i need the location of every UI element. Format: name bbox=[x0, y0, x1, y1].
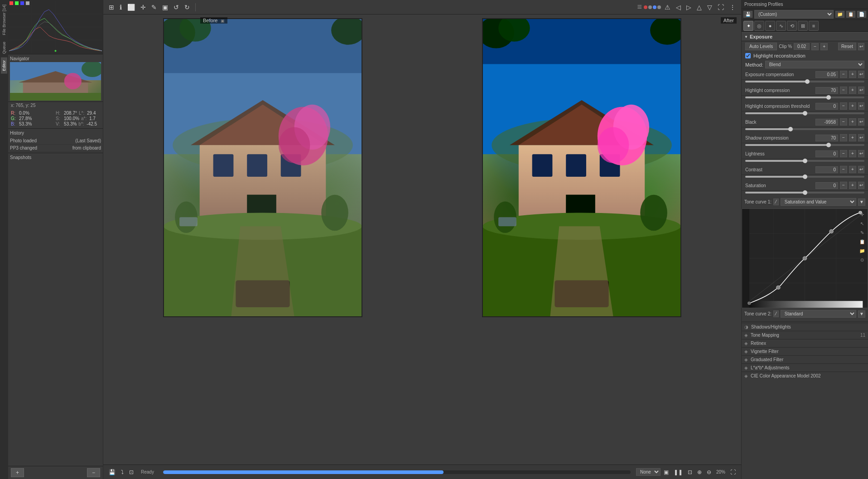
tab-queue[interactable]: Queue bbox=[1, 39, 7, 57]
lightness-plus[interactable]: + bbox=[849, 150, 856, 157]
contrast-reset[interactable]: ↩ bbox=[858, 166, 864, 173]
tone-curve-2-type[interactable]: ⁄ bbox=[773, 310, 779, 317]
transform-tool[interactable]: ⊞ bbox=[107, 3, 116, 12]
shadow-comp-plus[interactable]: + bbox=[849, 134, 856, 141]
reset-arrow[interactable]: ↩ bbox=[858, 43, 864, 50]
highlight-comp-reset[interactable]: ↩ bbox=[858, 87, 864, 94]
highlight-threshold-minus[interactable]: − bbox=[840, 102, 847, 110]
black-value[interactable] bbox=[815, 119, 838, 126]
add-snapshot-button[interactable]: + bbox=[11, 468, 24, 477]
curve-tool-move[interactable]: ✛ bbox=[858, 211, 866, 218]
black-slider[interactable] bbox=[742, 127, 868, 133]
tab-color[interactable]: ● bbox=[765, 21, 775, 31]
curve-tool-folder[interactable]: 📁 bbox=[858, 247, 866, 254]
highlight-reconstruction-checkbox[interactable] bbox=[745, 53, 751, 58]
tab-metadata[interactable]: ≡ bbox=[809, 21, 819, 31]
nav-left[interactable]: ◁ bbox=[674, 3, 683, 12]
contrast-thumb[interactable] bbox=[803, 174, 807, 179]
retinex-row[interactable]: ◈ Retinex bbox=[742, 339, 868, 347]
highlight-comp-thumb[interactable] bbox=[826, 95, 831, 100]
tab-wavelet[interactable]: ∿ bbox=[776, 21, 786, 31]
saturation-reset[interactable]: ↩ bbox=[858, 182, 864, 189]
view-mode-dual[interactable]: ❚❚ bbox=[672, 468, 685, 476]
black-plus[interactable]: + bbox=[849, 118, 856, 126]
crop-tool[interactable]: ⬜ bbox=[125, 3, 137, 12]
export-button[interactable]: ⤵ bbox=[119, 468, 125, 476]
warning-icon[interactable]: ⚠ bbox=[663, 3, 672, 12]
highlight-comp-slider[interactable] bbox=[742, 96, 868, 101]
shadow-comp-reset[interactable]: ↩ bbox=[858, 134, 864, 141]
curve-tool-pencil[interactable]: ✎ bbox=[858, 229, 866, 236]
curve-tool-copy[interactable]: 📋 bbox=[858, 238, 866, 245]
tab-detail[interactable]: ◎ bbox=[754, 21, 764, 31]
tab-editor[interactable]: Editor bbox=[1, 58, 7, 74]
vignette-row[interactable]: ◈ Vignette Filter bbox=[742, 348, 868, 355]
before-photo-frame[interactable] bbox=[163, 18, 362, 317]
lightness-slider[interactable] bbox=[742, 159, 868, 165]
profile-select[interactable]: (Custom) bbox=[754, 10, 834, 19]
graduated-filter-row[interactable]: ◈ Graduated Filter bbox=[742, 356, 868, 363]
profile-save-btn[interactable]: 💾 bbox=[743, 11, 752, 18]
exposure-comp-plus[interactable]: + bbox=[849, 71, 856, 78]
zoom-out[interactable]: ⊖ bbox=[705, 468, 713, 476]
contrast-value[interactable] bbox=[815, 166, 838, 173]
tab-file-browser[interactable]: File Browser [14] bbox=[1, 2, 7, 38]
highlight-comp-plus[interactable]: + bbox=[849, 87, 856, 94]
tone-curve-2-expand[interactable]: ▼ bbox=[858, 310, 865, 318]
tab-raw[interactable]: ⊞ bbox=[798, 21, 808, 31]
lightness-thumb[interactable] bbox=[803, 159, 807, 163]
after-photo-frame[interactable] bbox=[482, 18, 681, 317]
selector-tool[interactable]: ✛ bbox=[139, 3, 148, 12]
nav-up[interactable]: △ bbox=[695, 3, 704, 12]
pencil-tool[interactable]: ✎ bbox=[149, 3, 159, 12]
saturation-thumb[interactable] bbox=[803, 190, 807, 195]
method-select[interactable]: Blend bbox=[765, 61, 864, 68]
nav-down[interactable]: ▽ bbox=[705, 3, 714, 12]
shadow-comp-thumb[interactable] bbox=[826, 143, 831, 147]
lightness-minus[interactable]: − bbox=[840, 150, 847, 157]
shadow-comp-minus[interactable]: − bbox=[840, 134, 847, 141]
shadow-comp-value[interactable] bbox=[815, 135, 838, 141]
tone-curve-1-type[interactable]: ⁄ bbox=[773, 198, 779, 205]
tab-exposure[interactable]: ✦ bbox=[743, 21, 753, 31]
highlight-comp-value[interactable] bbox=[815, 87, 838, 94]
saturation-plus[interactable]: + bbox=[849, 182, 856, 189]
profile-folder-btn[interactable]: 📁 bbox=[835, 11, 844, 18]
saturation-minus[interactable]: − bbox=[840, 182, 847, 189]
exposure-comp-slider[interactable] bbox=[742, 80, 868, 85]
curve-tool-reset[interactable]: ⊙ bbox=[858, 256, 866, 263]
clip-minus[interactable]: − bbox=[811, 43, 819, 50]
profile-copy-btn[interactable]: 📋 bbox=[846, 11, 855, 18]
reset-button[interactable]: Reset bbox=[838, 43, 856, 50]
history-entry-0[interactable]: Photo loaded (Last Saved) bbox=[10, 137, 101, 145]
auto-levels-button[interactable]: Auto Levels bbox=[745, 43, 777, 50]
remove-snapshot-button[interactable]: − bbox=[87, 468, 100, 477]
view-mode-single[interactable]: ▣ bbox=[662, 468, 670, 476]
settings-btn[interactable]: ⋮ bbox=[728, 3, 738, 12]
zoom-fit[interactable]: ⊡ bbox=[686, 468, 694, 476]
zoom-in[interactable]: ⊕ bbox=[695, 468, 704, 476]
exposure-section-header[interactable]: ▼ Exposure bbox=[742, 32, 868, 41]
black-reset[interactable]: ↩ bbox=[858, 118, 864, 126]
profile-paste-btn[interactable]: 📄 bbox=[857, 11, 866, 18]
highlight-threshold-plus[interactable]: + bbox=[849, 102, 856, 110]
shadow-comp-slider[interactable] bbox=[742, 143, 868, 149]
exposure-comp-reset[interactable]: ↩ bbox=[858, 71, 864, 78]
fullscreen-view[interactable]: ⛶ bbox=[728, 468, 738, 476]
clip-plus[interactable]: + bbox=[820, 43, 828, 50]
lightness-value[interactable] bbox=[815, 150, 838, 157]
fit-select[interactable]: None bbox=[636, 468, 661, 476]
save-button[interactable]: 💾 bbox=[107, 468, 117, 476]
fullscreen-btn[interactable]: ⛶ bbox=[716, 3, 726, 12]
highlight-threshold-reset[interactable]: ↩ bbox=[858, 102, 864, 110]
tone-curve-1-mode[interactable]: Saturation and Value bbox=[781, 198, 856, 206]
tone-curve-1-expand[interactable]: ▼ bbox=[858, 198, 865, 206]
tab-transform[interactable]: ⟲ bbox=[787, 21, 797, 31]
mask-tool[interactable]: ▣ bbox=[160, 3, 170, 12]
exposure-comp-thumb[interactable] bbox=[805, 79, 810, 84]
undo-tool[interactable]: ↺ bbox=[172, 3, 181, 12]
nav-right[interactable]: ▷ bbox=[685, 3, 693, 12]
contrast-minus[interactable]: − bbox=[840, 166, 847, 173]
clip-percent-input[interactable] bbox=[794, 43, 810, 50]
shadows-highlights-row[interactable]: ◑ Shadows/Highlights bbox=[742, 323, 868, 331]
